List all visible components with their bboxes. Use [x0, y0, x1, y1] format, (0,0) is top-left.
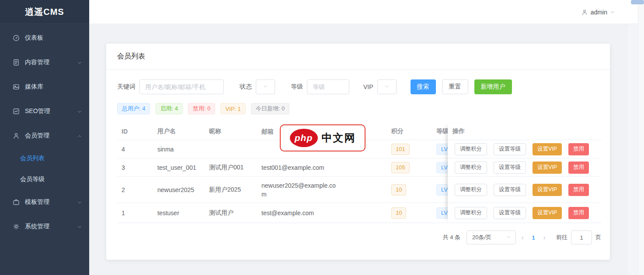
sidebar-item-label: 系统管理	[25, 223, 49, 230]
user-icon	[12, 132, 20, 140]
watermark-text: 中文网	[322, 131, 356, 145]
set-vip-button[interactable]: 设置VIP	[533, 162, 562, 174]
points-badge: 10	[391, 207, 406, 219]
row-actions: 调整积分 设置等级 设置VIP 禁用	[448, 203, 601, 223]
sidebar-item-label: 会员列表	[20, 155, 45, 162]
disable-button[interactable]: 禁用	[568, 143, 589, 155]
chevron-up-icon	[77, 133, 82, 138]
cell-username: test_user_001	[153, 158, 205, 176]
adjust-points-button[interactable]: 调整积分	[455, 207, 487, 219]
sidebar-item-media[interactable]: 媒体库	[0, 75, 89, 99]
app-root: 逍遥CMS 仪表板 内容管理 媒体	[0, 0, 644, 275]
row-actions: 调整积分 设置等级 设置VIP 禁用	[448, 158, 601, 177]
total-count: 共 4 条	[443, 234, 460, 241]
page-size-select[interactable]: 20条/页	[466, 230, 516, 244]
cell-id: 2	[117, 177, 153, 203]
add-user-button[interactable]: 新增用户	[474, 79, 512, 94]
cell-id: 1	[117, 203, 153, 223]
sidebar-item-member-level[interactable]: 会员等级	[0, 169, 89, 190]
user-menu[interactable]: admin	[581, 0, 615, 24]
adjust-points-button[interactable]: 调整积分	[455, 184, 487, 196]
sidebar-item-label: 媒体库	[25, 83, 43, 91]
row-actions: 调整积分 设置等级 设置VIP 禁用	[448, 177, 601, 203]
set-vip-button[interactable]: 设置VIP	[533, 143, 562, 155]
sidebar-item-template[interactable]: 模板管理	[0, 190, 89, 214]
level-input[interactable]	[307, 79, 349, 94]
sidebar-item-content[interactable]: 内容管理	[0, 50, 89, 75]
gear-icon	[12, 223, 20, 230]
enabled-users-badge: 启用: 4	[155, 103, 182, 114]
column-header-points: 积分	[387, 123, 432, 140]
set-level-button[interactable]: 设置等级	[494, 143, 526, 155]
sidebar-item-label: 内容管理	[25, 58, 49, 66]
set-level-button[interactable]: 设置等级	[494, 184, 526, 196]
cell-nickname	[205, 140, 257, 158]
column-header-nickname: 昵称	[205, 123, 257, 140]
sidebar-item-label: 会员管理	[25, 132, 49, 140]
next-page-button[interactable]: ›	[538, 234, 551, 241]
chevron-down-icon	[77, 109, 82, 114]
scrollbar-track[interactable]	[638, 0, 644, 275]
prev-page-button[interactable]: ‹	[516, 234, 529, 241]
adjust-points-button[interactable]: 调整积分	[455, 162, 487, 174]
briefcase-icon	[12, 198, 20, 206]
column-header-id: ID	[117, 123, 153, 140]
cell-email: test@example.com	[257, 203, 336, 223]
vip-select[interactable]	[377, 79, 397, 94]
sidebar-item-label: 会员等级	[20, 175, 45, 183]
keyword-label: 关键词	[117, 83, 136, 91]
chevron-down-icon	[77, 60, 82, 65]
username-text: admin	[591, 9, 607, 16]
cell-email: newuser2025@example.com	[257, 177, 336, 203]
app-logo: 逍遥CMS	[0, 0, 89, 24]
points-badge: 101	[391, 144, 410, 155]
goto-page-input[interactable]	[571, 230, 592, 244]
sidebar-item-seo[interactable]: SEO管理	[0, 99, 89, 124]
sidebar-item-system[interactable]: 系统管理	[0, 214, 89, 239]
chevron-down-icon	[77, 199, 82, 205]
sidebar-item-member[interactable]: 会员管理	[0, 124, 89, 148]
php-cn-watermark: php 中文网	[280, 124, 366, 151]
status-select[interactable]	[256, 79, 275, 94]
cell-nickname: 测试用户001	[205, 158, 257, 176]
cell-nickname: 新用户2025	[205, 177, 257, 203]
reset-button[interactable]: 重置	[442, 79, 468, 94]
scrollbar-thumb[interactable]	[631, 0, 644, 4]
cell-email: test001@example.com	[257, 158, 336, 176]
set-vip-button[interactable]: 设置VIP	[533, 207, 562, 219]
column-header-actions: 操作	[448, 123, 601, 140]
disable-button[interactable]: 禁用	[568, 184, 589, 196]
sidebar-item-dashboard[interactable]: 仪表板	[0, 26, 89, 50]
user-icon	[581, 9, 588, 16]
stats-bar: 总用户: 4 启用: 4 禁用: 0 VIP: 1 今日新增: 0	[106, 102, 610, 114]
disable-button[interactable]: 禁用	[568, 207, 589, 219]
php-logo-icon: php	[290, 129, 318, 147]
vip-label: VIP	[363, 83, 373, 90]
filter-bar: 关键词 状态 等级 VIP 搜索 重置 新增用户	[106, 70, 610, 102]
cell-id: 3	[117, 158, 153, 176]
chevron-down-icon	[263, 83, 268, 91]
vip-users-badge: VIP: 1	[220, 103, 245, 114]
keyword-input[interactable]	[139, 79, 224, 94]
page-suffix-label: 页	[595, 234, 601, 241]
set-level-button[interactable]: 设置等级	[494, 162, 526, 174]
set-level-button[interactable]: 设置等级	[494, 207, 526, 219]
cell-username: sinma	[153, 140, 205, 158]
sidebar-item-label: 仪表板	[25, 34, 43, 42]
document-icon	[12, 58, 20, 66]
adjust-points-button[interactable]: 调整积分	[455, 143, 487, 155]
goto-label: 前往	[556, 234, 567, 241]
disable-button[interactable]: 禁用	[568, 162, 589, 174]
member-list-card: 会员列表 关键词 状态 等级 VIP 搜索 重置 新增用户 总用户: 4 启用:…	[106, 44, 610, 260]
page-title: 会员列表	[117, 52, 145, 61]
cell-username: testuser	[153, 203, 205, 223]
column-header-username: 用户名	[153, 123, 205, 140]
sidebar-item-member-list[interactable]: 会员列表	[0, 148, 89, 169]
search-button[interactable]: 搜索	[411, 79, 436, 94]
current-page[interactable]: 1	[529, 234, 538, 241]
level-label: 等级	[291, 83, 303, 91]
status-label: 状态	[240, 83, 252, 91]
points-badge: 105	[391, 162, 410, 173]
set-vip-button[interactable]: 设置VIP	[533, 184, 562, 196]
cell-id: 4	[117, 140, 153, 158]
